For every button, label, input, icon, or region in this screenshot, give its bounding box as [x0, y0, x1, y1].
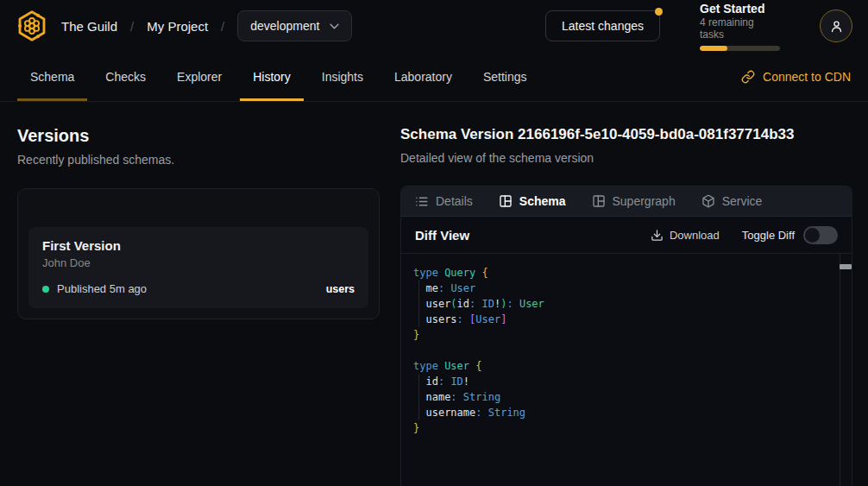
code-line: me: User — [413, 281, 840, 296]
schema-code-viewer[interactable]: type Query { me: User user(id: ID!): Use… — [401, 254, 852, 486]
code-line: user(id: ID!): User — [413, 296, 840, 312]
get-started-progress — [700, 46, 780, 51]
connect-to-cdn-link[interactable]: Connect to CDN — [741, 52, 851, 101]
main-nav: SchemaChecksExplorerHistoryInsightsLabor… — [0, 52, 868, 102]
detail-tab-supergraph[interactable]: Supergraph — [592, 194, 676, 208]
versions-subtitle: Recently published schemas. — [17, 153, 380, 167]
detail-tab-label: Supergraph — [613, 194, 676, 208]
nav-tab-checks[interactable]: Checks — [92, 52, 159, 101]
detail-tab-details[interactable]: Details — [414, 194, 473, 209]
scrollbar-track — [840, 254, 840, 486]
code-line: type Query { — [413, 265, 840, 281]
code-line: } — [413, 420, 840, 436]
version-detail-title: Schema Version 2166196f-5e10-4059-bd0a-0… — [400, 126, 852, 143]
code-line: users: [User] — [413, 312, 840, 327]
latest-changes-button[interactable]: Latest changes — [545, 10, 660, 41]
diff-view-title: Diff View — [415, 228, 469, 243]
breadcrumb-separator: / — [130, 19, 134, 34]
notification-dot — [655, 8, 663, 16]
nav-tab-explorer[interactable]: Explorer — [164, 52, 235, 101]
indent-guide — [418, 374, 419, 420]
toggle-diff-switch[interactable] — [803, 226, 838, 244]
detail-tab-label: Details — [436, 194, 473, 208]
toggle-diff-label: Toggle Diff — [742, 229, 795, 242]
link-icon — [741, 70, 755, 84]
box-icon — [701, 194, 715, 208]
nav-tab-schema[interactable]: Schema — [17, 52, 87, 101]
code-line: type User { — [413, 358, 840, 374]
app-header: The Guild / My Project / development Lat… — [0, 0, 868, 52]
nav-tabs: SchemaChecksExplorerHistoryInsightsLabor… — [17, 52, 540, 101]
columns-icon — [499, 194, 513, 208]
download-icon — [651, 229, 664, 242]
version-service-badge: users — [326, 283, 355, 295]
person-icon — [829, 19, 844, 34]
breadcrumb-separator: / — [221, 19, 224, 34]
detail-tab-schema[interactable]: Schema — [499, 194, 566, 208]
code-line — [413, 343, 840, 358]
detail-tabs: DetailsSchemaSupergraphService — [401, 186, 852, 217]
breadcrumb-project[interactable]: My Project — [147, 19, 208, 34]
diff-view-header: Diff View Download Toggle Diff — [401, 217, 852, 254]
chevron-down-icon — [330, 23, 339, 29]
version-author: John Doe — [42, 256, 355, 269]
latest-changes-label: Latest changes — [562, 19, 644, 33]
code-line: name: String — [413, 389, 840, 405]
code-line: username: String — [413, 405, 840, 420]
version-name: First Version — [42, 238, 355, 253]
download-button[interactable]: Download — [651, 229, 720, 242]
versions-list: First Version John Doe Published 5m ago … — [17, 188, 380, 319]
nav-tab-history[interactable]: History — [240, 52, 304, 101]
target-selector-label: development — [250, 19, 319, 33]
breadcrumb-org[interactable]: The Guild — [61, 19, 117, 34]
version-detail-section: Schema Version 2166196f-5e10-4059-bd0a-0… — [400, 102, 868, 486]
detail-tab-label: Service — [722, 194, 763, 208]
nav-tab-settings[interactable]: Settings — [470, 52, 540, 101]
guild-logo-icon[interactable] — [16, 9, 48, 42]
published-status-dot — [42, 286, 49, 293]
version-status: Published 5m ago — [57, 282, 147, 295]
detail-tab-label: Schema — [519, 194, 566, 208]
connect-to-cdn-label: Connect to CDN — [763, 70, 851, 84]
code-line: } — [413, 327, 840, 343]
download-label: Download — [670, 229, 720, 242]
code-line: id: ID! — [413, 374, 840, 389]
list-icon — [414, 194, 429, 209]
target-selector[interactable]: development — [237, 10, 352, 41]
scrollbar-thumb[interactable] — [840, 264, 852, 269]
detail-tab-service[interactable]: Service — [701, 194, 763, 208]
versions-title: Versions — [17, 126, 380, 146]
main-content: Versions Recently published schemas. Fir… — [0, 102, 868, 486]
get-started-progress-fill — [700, 46, 727, 51]
user-avatar[interactable] — [820, 9, 852, 42]
nav-tab-laboratory[interactable]: Laboratory — [381, 52, 465, 101]
get-started-subtitle: 4 remaining tasks — [700, 16, 780, 41]
version-list-item[interactable]: First Version John Doe Published 5m ago … — [28, 227, 368, 308]
version-detail-subtitle: Detailed view of the schema version — [400, 151, 852, 165]
get-started-title: Get Started — [700, 2, 780, 16]
version-detail-panel: DetailsSchemaSupergraphService Diff View… — [400, 186, 852, 486]
versions-section: Versions Recently published schemas. Fir… — [0, 102, 400, 486]
toggle-diff-knob — [805, 228, 820, 243]
nav-tab-insights[interactable]: Insights — [309, 52, 376, 101]
code-lines: type Query { me: User user(id: ID!): Use… — [413, 265, 840, 436]
get-started-widget[interactable]: Get Started 4 remaining tasks — [700, 2, 780, 51]
indent-guide — [418, 281, 419, 327]
columns-icon — [592, 194, 606, 208]
